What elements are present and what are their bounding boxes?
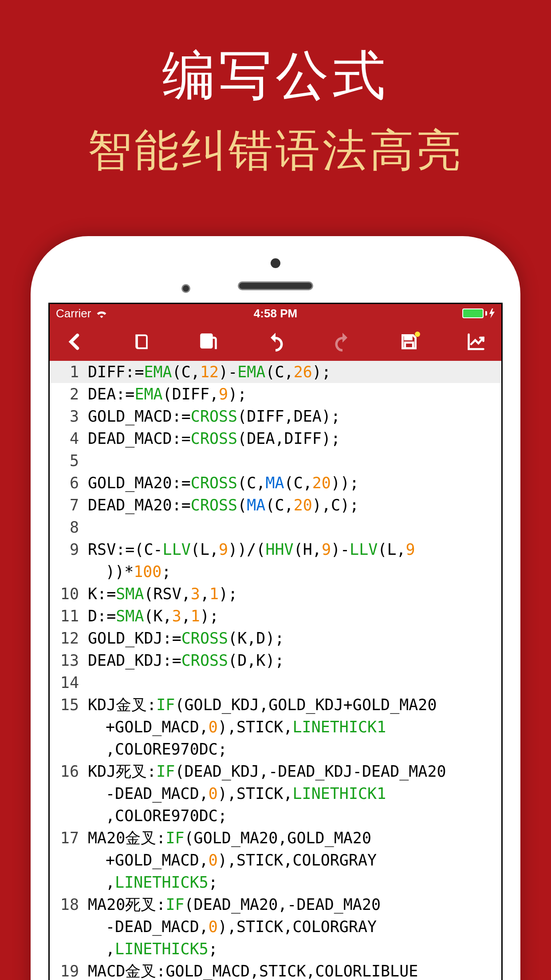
code-content[interactable]: DEAD_MACD:=CROSS(DEA,DIFF); bbox=[84, 427, 501, 450]
code-line-wrap[interactable]: +GOLD_MACD,0),STICK,COLORGRAY bbox=[50, 849, 501, 871]
line-number: 12 bbox=[50, 627, 84, 649]
code-content[interactable]: KDJ死叉:IF(DEAD_KDJ,-DEAD_KDJ-DEAD_MA20 bbox=[84, 760, 501, 782]
undo-button[interactable] bbox=[264, 330, 287, 354]
code-content[interactable]: -DEAD_MACD,0),STICK,COLORGRAY bbox=[84, 916, 501, 938]
svg-rect-2 bbox=[405, 343, 413, 348]
code-content[interactable]: ,LINETHICK5; bbox=[84, 938, 501, 960]
code-line-wrap[interactable]: ,COLORE970DC; bbox=[50, 805, 501, 827]
code-line[interactable]: 2DEA:=EMA(DIFF,9); bbox=[50, 383, 501, 405]
line-number: 19 bbox=[50, 960, 84, 980]
code-line-wrap[interactable]: -DEAD_MACD,0),STICK,LINETHICK1 bbox=[50, 782, 501, 805]
phone-frame: Carrier 4:58 PM bbox=[31, 236, 520, 980]
speaker-slot bbox=[238, 281, 313, 290]
code-content[interactable]: MACD金叉:GOLD_MACD,STICK,COLORLIBLUE bbox=[84, 960, 501, 980]
code-line[interactable]: 3GOLD_MACD:=CROSS(DIFF,DEA); bbox=[50, 405, 501, 427]
status-time: 4:58 PM bbox=[254, 307, 297, 320]
status-bar: Carrier 4:58 PM bbox=[50, 304, 501, 323]
code-line[interactable]: 6GOLD_MA20:=CROSS(C,MA(C,20)); bbox=[50, 472, 501, 494]
chart-button[interactable] bbox=[464, 330, 488, 354]
code-line[interactable]: 18MA20死叉:IF(DEAD_MA20,-DEAD_MA20 bbox=[50, 893, 501, 916]
code-line[interactable]: 15KDJ金叉:IF(GOLD_KDJ,GOLD_KDJ+GOLD_MA20 bbox=[50, 694, 501, 716]
line-number: 9 bbox=[50, 538, 84, 561]
code-line[interactable]: 7DEAD_MA20:=CROSS(MA(C,20),C); bbox=[50, 494, 501, 516]
line-number: 4 bbox=[50, 427, 84, 450]
code-content[interactable]: KDJ金叉:IF(GOLD_KDJ,GOLD_KDJ+GOLD_MA20 bbox=[84, 694, 501, 716]
code-content[interactable]: +GOLD_MACD,0),STICK,COLORGRAY bbox=[84, 849, 501, 871]
svg-rect-1 bbox=[405, 335, 412, 339]
code-line[interactable]: 17MA20金叉:IF(GOLD_MA20,GOLD_MA20 bbox=[50, 827, 501, 849]
code-content[interactable]: ,LINETHICK5; bbox=[84, 871, 501, 893]
redo-button[interactable] bbox=[331, 330, 354, 354]
code-line[interactable]: 5 bbox=[50, 450, 501, 472]
save-button[interactable] bbox=[397, 330, 421, 354]
toolbar bbox=[50, 323, 501, 361]
code-content[interactable]: DEA:=EMA(DIFF,9); bbox=[84, 383, 501, 405]
code-content[interactable]: MA20死叉:IF(DEAD_MA20,-DEAD_MA20 bbox=[84, 893, 501, 916]
sensor-dot bbox=[271, 258, 280, 268]
code-content[interactable]: -DEAD_MACD,0),STICK,LINETHICK1 bbox=[84, 782, 501, 805]
code-content[interactable] bbox=[84, 516, 501, 538]
book-icon bbox=[132, 332, 152, 352]
line-number: 7 bbox=[50, 494, 84, 516]
code-content[interactable]: ,COLORE970DC; bbox=[84, 738, 501, 760]
code-line-wrap[interactable]: ,LINETHICK5; bbox=[50, 871, 501, 893]
chevron-left-icon bbox=[65, 332, 85, 352]
line-number: 1 bbox=[50, 361, 84, 383]
battery-icon bbox=[462, 308, 484, 318]
promo-title: 编写公式 bbox=[0, 0, 551, 112]
code-content[interactable]: ))*100; bbox=[84, 561, 501, 583]
code-content[interactable]: MA20金叉:IF(GOLD_MA20,GOLD_MA20 bbox=[84, 827, 501, 849]
back-button[interactable] bbox=[63, 330, 87, 354]
copy-button[interactable] bbox=[197, 330, 220, 354]
code-line-wrap[interactable]: ,COLORE970DC; bbox=[50, 738, 501, 760]
code-line-wrap[interactable]: +GOLD_MACD,0),STICK,LINETHICK1 bbox=[50, 716, 501, 738]
code-line[interactable]: 12GOLD_KDJ:=CROSS(K,D); bbox=[50, 627, 501, 649]
line-number: 2 bbox=[50, 383, 84, 405]
code-editor[interactable]: 1DIFF:=EMA(C,12)-EMA(C,26);2DEA:=EMA(DIF… bbox=[50, 361, 501, 980]
code-content[interactable]: K:=SMA(RSV,3,1); bbox=[84, 583, 501, 605]
reference-button[interactable] bbox=[130, 330, 154, 354]
code-line[interactable]: 19MACD金叉:GOLD_MACD,STICK,COLORLIBLUE bbox=[50, 960, 501, 980]
code-line[interactable]: 14 bbox=[50, 672, 501, 694]
code-content[interactable] bbox=[84, 672, 501, 694]
chart-icon bbox=[466, 332, 486, 352]
carrier-label: Carrier bbox=[56, 307, 91, 320]
code-content[interactable]: +GOLD_MACD,0),STICK,LINETHICK1 bbox=[84, 716, 501, 738]
line-number: 17 bbox=[50, 827, 84, 849]
code-line[interactable]: 8 bbox=[50, 516, 501, 538]
line-number: 15 bbox=[50, 694, 84, 716]
code-content[interactable]: GOLD_MACD:=CROSS(DIFF,DEA); bbox=[84, 405, 501, 427]
line-number: 14 bbox=[50, 672, 84, 694]
screen: Carrier 4:58 PM bbox=[48, 303, 503, 980]
line-number: 11 bbox=[50, 605, 84, 627]
code-content[interactable] bbox=[84, 450, 501, 472]
camera-dot bbox=[181, 284, 190, 293]
line-number: 6 bbox=[50, 472, 84, 494]
code-content[interactable]: DEAD_MA20:=CROSS(MA(C,20),C); bbox=[84, 494, 501, 516]
code-content[interactable]: RSV:=(C-LLV(L,9))/(HHV(H,9)-LLV(L,9 bbox=[84, 538, 501, 561]
status-carrier: Carrier bbox=[56, 307, 108, 320]
code-line[interactable]: 16KDJ死叉:IF(DEAD_KDJ,-DEAD_KDJ-DEAD_MA20 bbox=[50, 760, 501, 782]
code-line[interactable]: 4DEAD_MACD:=CROSS(DEA,DIFF); bbox=[50, 427, 501, 450]
code-content[interactable]: GOLD_KDJ:=CROSS(K,D); bbox=[84, 627, 501, 649]
line-number: 8 bbox=[50, 516, 84, 538]
code-content[interactable]: D:=SMA(K,3,1); bbox=[84, 605, 501, 627]
undo-icon bbox=[266, 332, 285, 352]
status-battery bbox=[462, 308, 495, 318]
code-line[interactable]: 9RSV:=(C-LLV(L,9))/(HHV(H,9)-LLV(L,9 bbox=[50, 538, 501, 561]
code-content[interactable]: DEAD_KDJ:=CROSS(D,K); bbox=[84, 649, 501, 672]
code-line[interactable]: 11D:=SMA(K,3,1); bbox=[50, 605, 501, 627]
phone-top-hardware bbox=[48, 254, 503, 303]
code-line[interactable]: 1DIFF:=EMA(C,12)-EMA(C,26); bbox=[50, 361, 501, 383]
copy-icon bbox=[199, 332, 218, 352]
code-line-wrap[interactable]: ))*100; bbox=[50, 561, 501, 583]
code-line[interactable]: 10K:=SMA(RSV,3,1); bbox=[50, 583, 501, 605]
code-content[interactable]: GOLD_MA20:=CROSS(C,MA(C,20)); bbox=[84, 472, 501, 494]
charging-icon bbox=[489, 308, 495, 318]
code-content[interactable]: DIFF:=EMA(C,12)-EMA(C,26); bbox=[84, 361, 501, 383]
code-content[interactable]: ,COLORE970DC; bbox=[84, 805, 501, 827]
code-line-wrap[interactable]: ,LINETHICK5; bbox=[50, 938, 501, 960]
code-line[interactable]: 13DEAD_KDJ:=CROSS(D,K); bbox=[50, 649, 501, 672]
promo-subtitle: 智能纠错语法高亮 bbox=[0, 121, 551, 181]
code-line-wrap[interactable]: -DEAD_MACD,0),STICK,COLORGRAY bbox=[50, 916, 501, 938]
